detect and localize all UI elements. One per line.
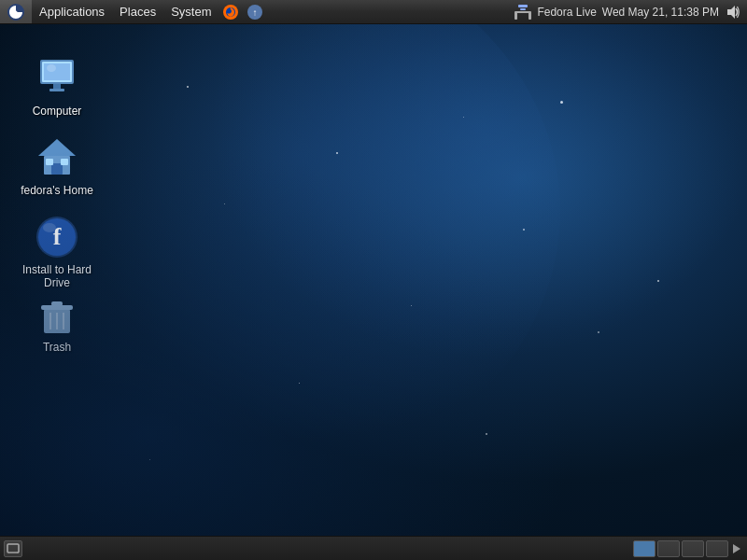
- svg-rect-16: [49, 89, 64, 91]
- show-desktop-button[interactable]: [4, 540, 22, 557]
- svg-rect-21: [46, 159, 53, 165]
- svg-rect-29: [41, 305, 73, 310]
- applications-label: Applications: [39, 5, 105, 19]
- applications-menu[interactable]: Applications: [32, 0, 112, 23]
- svg-point-1: [15, 10, 18, 13]
- places-menu[interactable]: Places: [112, 0, 163, 23]
- svg-point-27: [43, 223, 56, 232]
- svg-text:↑: ↑: [253, 7, 258, 18]
- svg-rect-10: [518, 5, 528, 7]
- svg-marker-18: [38, 139, 76, 156]
- system-menu[interactable]: System: [163, 0, 218, 23]
- taskbar-top-right: Fedora Live Wed May 21, 11:38 PM: [514, 4, 747, 21]
- svg-point-25: [38, 218, 76, 256]
- workspace-4-button[interactable]: [706, 540, 728, 557]
- desktop: Computer fedora's Home: [0, 24, 747, 536]
- computer-icon[interactable]: Computer: [15, 52, 99, 121]
- svg-rect-7: [514, 11, 517, 20]
- svg-rect-35: [9, 552, 17, 553]
- svg-point-17: [47, 64, 56, 72]
- trash-label: Trash: [43, 341, 71, 354]
- svg-rect-34: [7, 544, 19, 553]
- datetime-label: Wed May 21, 11:38 PM: [602, 6, 719, 19]
- svg-rect-14: [44, 63, 70, 80]
- computer-label: Computer: [33, 105, 82, 118]
- stars-decoration: [0, 24, 747, 536]
- fedora-logo-button[interactable]: [0, 0, 32, 23]
- home-icon-image: [35, 135, 79, 180]
- taskbar-top: Applications Places System ↑: [0, 0, 747, 24]
- svg-text:f: f: [53, 223, 62, 250]
- workspace-3-button[interactable]: [682, 540, 704, 557]
- computer-icon-image: [35, 56, 79, 101]
- svg-rect-28: [44, 309, 70, 333]
- firefox-launcher[interactable]: [218, 0, 243, 23]
- svg-marker-11: [727, 6, 735, 19]
- fedoras-home-label: fedora's Home: [21, 184, 93, 197]
- workspace-2-button[interactable]: [657, 540, 680, 557]
- svg-rect-8: [529, 11, 531, 20]
- svg-rect-20: [51, 163, 63, 175]
- places-label: Places: [120, 5, 156, 19]
- svg-marker-36: [733, 544, 740, 553]
- trash-icon-image: [35, 292, 79, 337]
- install-icon[interactable]: f Install to Hard Drive: [15, 211, 99, 294]
- svg-rect-22: [61, 159, 68, 165]
- workspace-1-button[interactable]: [633, 540, 655, 557]
- trash-icon[interactable]: Trash: [15, 288, 99, 357]
- fedoras-home-icon[interactable]: fedora's Home: [15, 132, 99, 201]
- svg-marker-23: [38, 139, 76, 156]
- workspace-next-button[interactable]: [730, 540, 743, 557]
- svg-rect-6: [515, 11, 530, 13]
- volume-icon[interactable]: [725, 4, 741, 21]
- svg-rect-9: [520, 8, 526, 10]
- svg-rect-12: [40, 60, 74, 84]
- taskbar-bottom: [0, 536, 747, 560]
- install-icon-image: f: [35, 215, 79, 259]
- taskbar-top-left: Applications Places System ↑: [0, 0, 267, 23]
- system-label: System: [171, 5, 211, 19]
- install-label: Install to Hard Drive: [19, 263, 95, 290]
- svg-rect-30: [51, 301, 63, 306]
- svg-rect-19: [44, 156, 70, 175]
- taskbar-bottom-left: [0, 540, 22, 557]
- workspace-switcher: [633, 540, 747, 557]
- svg-point-24: [36, 217, 78, 258]
- distro-label: Fedora Live: [537, 6, 596, 19]
- svg-rect-13: [42, 62, 72, 82]
- update-notifier[interactable]: ↑: [243, 0, 267, 23]
- network-icon[interactable]: [514, 4, 531, 21]
- svg-rect-15: [53, 84, 61, 89]
